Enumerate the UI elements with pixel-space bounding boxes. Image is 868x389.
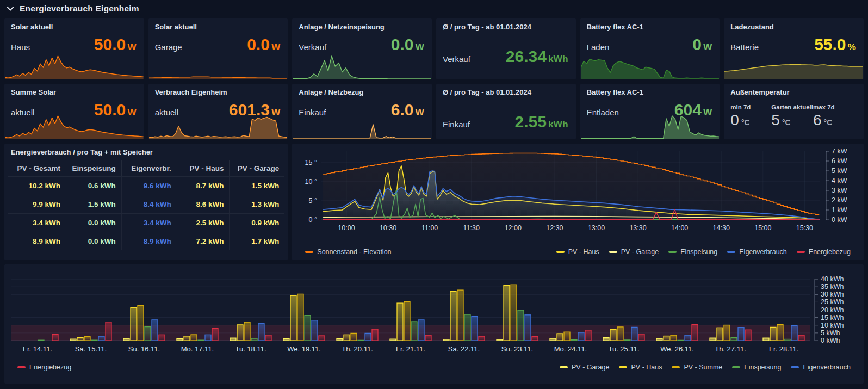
svg-text:We. 19.11.: We. 19.11. (287, 345, 321, 353)
panel-avg-verkauf: Ø / pro Tag - ab 01.01.2024 Verkauf 26.3… (436, 18, 576, 79)
panel-title[interactable]: Außentemperatur (724, 84, 864, 96)
svg-text:Fr. 28.11.: Fr. 28.11. (769, 345, 798, 353)
svg-text:10 kWh: 10 kWh (821, 322, 844, 329)
svg-text:13:00: 13:00 (588, 224, 605, 232)
panel-title[interactable]: Ø / pro Tag - ab 01.01.2024 (436, 84, 576, 96)
table-row: 9.9 kWh1.5 kWh8.4 kWh8.6 kWh1.3 kWh (8, 195, 284, 213)
sparkline (149, 54, 288, 79)
legend-item-pv-haus[interactable]: PV - Haus (619, 363, 662, 371)
sparkline (293, 114, 431, 139)
timeseries-chart[interactable]: 10:0010:3011:0011:3012:0012:3013:0013:30… (296, 147, 858, 244)
svg-text:Mo. 17.11.: Mo. 17.11. (181, 345, 214, 353)
legend-swatch (609, 251, 617, 253)
panel-title[interactable]: Ø / pro Tag - ab 01.01.2024 (436, 18, 576, 31)
svg-text:15 °: 15 ° (305, 159, 317, 166)
legend-item-einspeisung[interactable]: Einspeisung (732, 363, 781, 371)
panel-solar-aktuell-garage: Solar aktuell Garage 0.0W (148, 18, 288, 79)
panel-title[interactable]: Summe Solar (4, 84, 144, 96)
stat-label: Batterie (730, 42, 759, 52)
panel-battery-entladen: Battery flex AC-1 Entladen 604W (580, 84, 720, 139)
panel-title[interactable]: Battery flex AC-1 (580, 18, 720, 31)
legend-swatch (556, 251, 565, 253)
legend-swatch (791, 366, 799, 368)
stat-label: Haus (11, 42, 30, 52)
legend-swatch (668, 251, 677, 253)
table-header-pv-gesamt[interactable]: PV - Gesamt (8, 160, 66, 176)
legend-item-pv-haus[interactable]: PV - Haus (556, 248, 599, 256)
table-cell: 8.6 kWh (177, 195, 230, 213)
stat-label: Entladen (587, 108, 619, 117)
svg-text:7 kW: 7 kW (832, 147, 847, 155)
svg-text:0 °: 0 ° (309, 216, 317, 224)
sparkline (293, 54, 431, 79)
legend-item-eigenverbrauch[interactable]: Eigenverbrauch (727, 248, 787, 256)
panel-energy-table: Energieverbrauch / pro Tag + mit Speiche… (4, 144, 288, 260)
legend-item-pv-summe[interactable]: PV - Summe (672, 363, 722, 371)
svg-text:Tu. 18.11.: Tu. 18.11. (235, 345, 266, 353)
stat-label: Einkauf (443, 120, 470, 129)
panel-solar-aktuell-haus: Solar aktuell Haus 50.0W (4, 18, 144, 79)
table-cell: 1.5 kWh (66, 195, 121, 213)
panel-ladezustand: Ladezustand Batterie 55.0% (724, 18, 864, 79)
legend-item-energiebezug[interactable]: Energiebezug (797, 248, 851, 256)
stat-value: 0W (692, 36, 712, 53)
table-cell: 1.3 kWh (229, 195, 284, 213)
stat-label: Garage (155, 42, 182, 52)
panel-title[interactable]: Energieverbrauch / pro Tag + mit Speiche… (4, 144, 288, 156)
svg-text:Tu. 25.11.: Tu. 25.11. (608, 345, 639, 353)
svg-text:13:30: 13:30 (630, 224, 647, 232)
table-header-eigenverbr[interactable]: Eigenverbr. (121, 160, 177, 176)
svg-text:Fr. 14.11.: Fr. 14.11. (23, 345, 52, 353)
temp-stat-max: max 7d 6°C (813, 104, 854, 128)
legend-item-pv-garage[interactable]: PV - Garage (609, 248, 659, 256)
panel-verbrauch-eigenheim: Verbrauch Eigenheim aktuell 601.3W (148, 84, 288, 139)
stat-label: Verkauf (443, 54, 470, 64)
table-header-einspeisung[interactable]: Einspeisung (66, 160, 121, 176)
panel-title[interactable]: Anlage / Netzeinspeisung (292, 18, 432, 31)
temp-stat-min: min 7d 0°C (730, 104, 771, 128)
daily-bar-chart[interactable]: 0 kWh5 kWh10 kWh15 kWh20 kWh25 kWh30 kWh… (9, 268, 859, 359)
panel-title[interactable]: Ladezustand (724, 18, 864, 31)
stat-value: 55.0% (814, 36, 856, 53)
table-header-pv-haus[interactable]: PV - Haus (177, 160, 230, 176)
table-cell: 0.0 kWh (66, 232, 121, 250)
stat-value: 604W (674, 102, 712, 118)
panel-title[interactable]: Solar aktuell (148, 18, 288, 31)
panel-title[interactable]: Verbrauch Eigenheim (148, 84, 288, 96)
table-cell: 1.7 kWh (229, 232, 284, 250)
svg-text:5 kWh: 5 kWh (821, 329, 840, 337)
stat-value: 0.0W (391, 36, 424, 53)
svg-text:35 kWh: 35 kWh (821, 283, 844, 291)
svg-text:3 kW: 3 kW (832, 187, 847, 194)
svg-text:Th. 27.11.: Th. 27.11. (715, 345, 746, 353)
panel-title[interactable]: Solar aktuell (4, 18, 144, 31)
table-header-pv-garage[interactable]: PV - Garage (229, 160, 284, 176)
chevron-down-icon[interactable] (7, 5, 14, 13)
stat-value: 2.55kWh (515, 114, 568, 130)
svg-text:Sa. 15.11.: Sa. 15.11. (75, 345, 107, 353)
legend-item-einspeisung[interactable]: Einspeisung (668, 248, 717, 256)
svg-text:12:00: 12:00 (505, 224, 522, 232)
table-cell: 0.0 kWh (66, 214, 121, 232)
legend-item-sonnenstand[interactable]: Sonnenstand - Elevation (305, 248, 391, 256)
svg-text:0 kWh: 0 kWh (821, 337, 840, 344)
svg-text:15:30: 15:30 (796, 224, 813, 232)
legend-item-pv-garage[interactable]: PV - Garage (560, 363, 609, 371)
table-cell: 0.6 kWh (66, 177, 121, 195)
row-title[interactable]: Energieverbrauch Eigenheim (20, 4, 139, 14)
stat-label: Verkauf (299, 42, 326, 52)
svg-text:11:00: 11:00 (421, 224, 438, 232)
panel-battery-laden: Battery flex AC-1 Laden 0W (580, 18, 720, 79)
table-cell: 8.7 kWh (177, 177, 230, 195)
sparkline (5, 54, 144, 79)
energy-table: PV - Gesamt Einspeisung Eigenverbr. PV -… (8, 160, 284, 250)
legend-item-energiebezug[interactable]: Energiebezug (17, 363, 71, 371)
svg-text:11:30: 11:30 (463, 224, 480, 232)
svg-text:14:00: 14:00 (671, 224, 688, 232)
panel-netzeinspeisung: Anlage / Netzeinspeisung Verkauf 0.0W (292, 18, 432, 79)
legend-item-eigenverbrauch[interactable]: Eigenverbrauch (791, 363, 851, 371)
legend-swatch (17, 366, 26, 368)
panel-title[interactable]: Battery flex AC-1 (580, 84, 720, 96)
panel-title[interactable]: Anlage / Netzbezug (292, 84, 432, 96)
table-cell: 8.9 kWh (8, 232, 66, 250)
